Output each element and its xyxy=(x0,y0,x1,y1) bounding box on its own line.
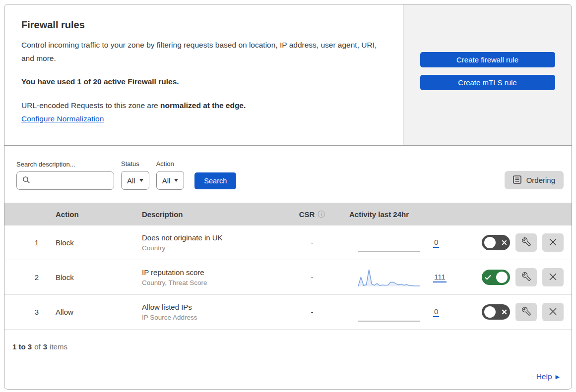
wrench-icon xyxy=(522,272,531,282)
search-input[interactable] xyxy=(34,176,108,185)
action-filter-group: Action All xyxy=(156,160,185,190)
x-icon xyxy=(501,240,508,245)
search-button[interactable]: Search xyxy=(194,172,236,189)
items-range: 1 to 3 xyxy=(12,342,32,351)
status-dropdown-value: All xyxy=(127,176,135,185)
status-dropdown[interactable]: All xyxy=(121,171,149,190)
ordering-button-label: Ordering xyxy=(526,176,555,184)
delete-rule-button[interactable] xyxy=(542,303,564,321)
intro-description: Control incoming traffic to your zone by… xyxy=(21,38,379,65)
rule-enabled-toggle[interactable] xyxy=(482,270,510,285)
search-icon xyxy=(22,176,30,186)
help-row: Help ▶ xyxy=(4,364,572,389)
help-link[interactable]: Help ▶ xyxy=(536,372,560,381)
rule-description-cell: IP reputation score Country, Threat Scor… xyxy=(128,268,285,286)
rule-description-cell: Does not originate in UK Country xyxy=(128,233,285,252)
rule-priority: 1 xyxy=(4,238,42,247)
close-icon xyxy=(549,238,557,248)
configure-normalization-link[interactable]: Configure Normalization xyxy=(21,114,104,123)
page-title: Firewall rules xyxy=(21,19,386,31)
rule-priority: 3 xyxy=(4,308,42,316)
check-icon xyxy=(484,275,491,280)
wrench-icon xyxy=(522,307,531,317)
table-row: 3 Allow Allow listed IPs IP Source Addre… xyxy=(4,295,572,330)
toggle-knob xyxy=(484,306,496,318)
rule-enabled-toggle[interactable] xyxy=(482,304,510,320)
rule-controls xyxy=(466,233,572,252)
activity-sparkline xyxy=(358,233,420,253)
activity-column-header: Activity last 24hr xyxy=(339,210,466,219)
rule-description: IP reputation score xyxy=(142,268,285,277)
rule-priority: 2 xyxy=(4,273,42,281)
search-box xyxy=(16,171,114,190)
csr-header-label: CSR xyxy=(299,210,315,219)
items-total: 3 xyxy=(43,342,47,351)
toggle-knob xyxy=(496,272,508,283)
rule-csr: - xyxy=(285,273,339,281)
filter-bar: Search description... Status All Action … xyxy=(4,146,572,203)
rule-action: Block xyxy=(42,238,128,247)
chevron-down-icon xyxy=(174,179,178,182)
rule-criteria: Country xyxy=(142,244,285,252)
cta-panel: Create firewall rule Create mTLS rule xyxy=(403,4,572,145)
activity-sparkline xyxy=(358,268,420,287)
rule-description-cell: Allow listed IPs IP Source Address xyxy=(128,303,285,321)
action-label: Action xyxy=(156,160,185,168)
status-label: Status xyxy=(121,160,149,168)
action-column-header: Action xyxy=(42,210,128,219)
activity-count-link[interactable]: 0 xyxy=(433,307,439,317)
table-body: 1 Block Does not originate in UK Country… xyxy=(4,225,572,330)
search-group: Search description... xyxy=(16,161,114,190)
edit-rule-button[interactable] xyxy=(515,268,537,286)
rule-activity-cell: 111 xyxy=(339,268,466,287)
chevron-down-icon xyxy=(139,179,143,182)
rule-criteria: IP Source Address xyxy=(142,314,285,321)
rule-activity-cell: 0 xyxy=(339,233,466,253)
list-document-icon xyxy=(513,175,521,185)
normalization-bold: normalized at the edge. xyxy=(160,101,246,110)
usage-note: You have used 1 of 20 active Firewall ru… xyxy=(21,77,386,86)
normalization-note: URL-encoded Requests to this zone are no… xyxy=(21,101,386,110)
delete-rule-button[interactable] xyxy=(542,233,564,252)
edit-rule-button[interactable] xyxy=(515,303,537,321)
top-section: Firewall rules Control incoming traffic … xyxy=(4,4,572,146)
items-label: items xyxy=(50,342,67,351)
status-filter-group: Status All xyxy=(121,160,149,190)
create-mtls-rule-button[interactable]: Create mTLS rule xyxy=(420,75,555,90)
normalization-text: URL-encoded Requests to this zone are xyxy=(21,101,160,110)
wrench-icon xyxy=(522,237,531,248)
table-row: 2 Block IP reputation score Country, Thr… xyxy=(4,260,572,295)
rule-description: Allow listed IPs xyxy=(142,303,285,311)
ordering-button[interactable]: Ordering xyxy=(505,171,564,189)
help-link-label: Help xyxy=(536,372,552,381)
rule-csr: - xyxy=(285,308,339,316)
rule-action: Allow xyxy=(42,308,128,316)
table-row: 1 Block Does not originate in UK Country… xyxy=(4,225,572,260)
table-header: Action Description CSR ⓘ Activity last 2… xyxy=(4,203,572,225)
delete-rule-button[interactable] xyxy=(542,268,564,286)
x-icon xyxy=(501,309,508,315)
action-dropdown[interactable]: All xyxy=(156,171,185,190)
action-dropdown-value: All xyxy=(162,176,171,185)
activity-count-link[interactable]: 111 xyxy=(433,273,447,282)
csr-column-header: CSR ⓘ xyxy=(285,210,339,219)
rule-controls xyxy=(466,303,572,321)
rule-description: Does not originate in UK xyxy=(142,233,285,242)
close-icon xyxy=(549,307,557,317)
activity-count-link[interactable]: 0 xyxy=(433,238,439,248)
create-firewall-rule-button[interactable]: Create firewall rule xyxy=(420,52,555,67)
firewall-rules-card: Firewall rules Control incoming traffic … xyxy=(4,4,572,390)
edit-rule-button[interactable] xyxy=(515,233,537,252)
info-icon[interactable]: ⓘ xyxy=(318,210,325,219)
rule-enabled-toggle[interactable] xyxy=(482,235,510,250)
activity-sparkline xyxy=(358,302,420,322)
search-label: Search description... xyxy=(16,161,114,168)
items-of: of xyxy=(34,342,41,351)
close-icon xyxy=(549,273,557,282)
rule-action: Block xyxy=(42,273,128,281)
intro-panel: Firewall rules Control incoming traffic … xyxy=(4,4,403,145)
rule-controls xyxy=(466,268,572,286)
rule-activity-cell: 0 xyxy=(339,302,466,322)
pagination-summary: 1 to 3 of 3 items xyxy=(4,330,572,364)
arrow-right-icon: ▶ xyxy=(556,374,560,380)
